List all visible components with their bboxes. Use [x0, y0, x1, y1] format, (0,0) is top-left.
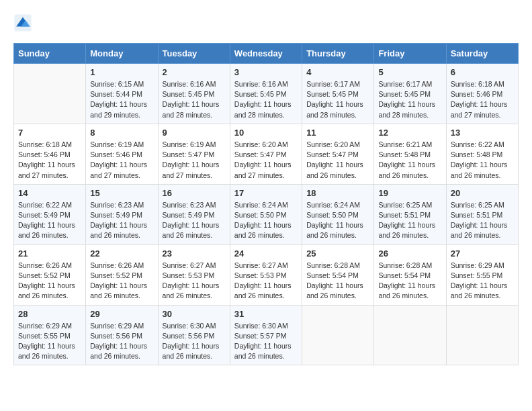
day-header-monday: Monday — [86, 44, 158, 64]
day-number: 21 — [18, 248, 81, 259]
calendar-cell — [14, 64, 86, 124]
cell-info: Sunrise: 6:20 AMSunset: 5:47 PMDaylight:… — [306, 140, 369, 181]
day-number: 20 — [451, 188, 514, 198]
day-number: 18 — [306, 188, 369, 198]
day-number: 17 — [234, 188, 298, 198]
calendar-cell: 3Sunrise: 6:16 AMSunset: 5:45 PMDaylight… — [230, 64, 302, 124]
cell-info: Sunrise: 6:21 AMSunset: 5:48 PMDaylight:… — [378, 140, 441, 181]
day-number: 13 — [451, 128, 514, 138]
calendar-cell — [302, 305, 374, 365]
cell-info: Sunrise: 6:25 AMSunset: 5:51 PMDaylight:… — [451, 200, 514, 241]
cell-info: Sunrise: 6:30 AMSunset: 5:57 PMDaylight:… — [234, 321, 298, 362]
cell-info: Sunrise: 6:25 AMSunset: 5:51 PMDaylight:… — [378, 200, 441, 241]
cell-info: Sunrise: 6:23 AMSunset: 5:49 PMDaylight:… — [90, 200, 153, 241]
day-number: 26 — [378, 248, 441, 259]
day-number: 2 — [163, 67, 226, 77]
page-header — [13, 13, 519, 32]
day-number: 8 — [90, 128, 153, 138]
calendar-week-row: 1Sunrise: 6:15 AMSunset: 5:44 PMDaylight… — [14, 64, 519, 124]
day-header-wednesday: Wednesday — [230, 44, 302, 64]
day-header-thursday: Thursday — [302, 44, 374, 64]
day-number: 9 — [163, 128, 226, 138]
day-header-saturday: Saturday — [446, 44, 518, 64]
calendar-cell: 18Sunrise: 6:24 AMSunset: 5:50 PMDayligh… — [302, 184, 374, 244]
cell-info: Sunrise: 6:16 AMSunset: 5:45 PMDaylight:… — [163, 79, 226, 120]
day-number: 14 — [18, 188, 81, 198]
calendar-header-row: SundayMondayTuesdayWednesdayThursdayFrid… — [14, 44, 519, 64]
calendar-cell: 8Sunrise: 6:19 AMSunset: 5:46 PMDaylight… — [86, 124, 158, 184]
calendar-cell: 4Sunrise: 6:17 AMSunset: 5:45 PMDaylight… — [302, 64, 374, 124]
calendar-cell: 26Sunrise: 6:28 AMSunset: 5:54 PMDayligh… — [374, 244, 446, 305]
calendar-week-row: 21Sunrise: 6:26 AMSunset: 5:52 PMDayligh… — [14, 244, 519, 305]
day-number: 3 — [234, 67, 298, 77]
logo-icon — [13, 13, 32, 32]
calendar-cell: 28Sunrise: 6:29 AMSunset: 5:55 PMDayligh… — [14, 305, 86, 365]
day-number: 16 — [163, 188, 226, 198]
day-number: 7 — [18, 128, 81, 138]
calendar-cell: 14Sunrise: 6:22 AMSunset: 5:49 PMDayligh… — [14, 184, 86, 244]
day-number: 4 — [306, 67, 369, 77]
day-number: 31 — [234, 309, 298, 319]
calendar-cell: 5Sunrise: 6:17 AMSunset: 5:45 PMDaylight… — [374, 64, 446, 124]
calendar-cell: 25Sunrise: 6:28 AMSunset: 5:54 PMDayligh… — [302, 244, 374, 305]
day-number: 1 — [90, 67, 153, 77]
day-number: 19 — [378, 188, 441, 198]
cell-info: Sunrise: 6:20 AMSunset: 5:47 PMDaylight:… — [234, 140, 298, 181]
calendar-cell: 23Sunrise: 6:27 AMSunset: 5:53 PMDayligh… — [158, 244, 230, 305]
calendar-cell: 13Sunrise: 6:22 AMSunset: 5:48 PMDayligh… — [446, 124, 518, 184]
calendar-cell: 10Sunrise: 6:20 AMSunset: 5:47 PMDayligh… — [230, 124, 302, 184]
calendar-week-row: 14Sunrise: 6:22 AMSunset: 5:49 PMDayligh… — [14, 184, 519, 244]
cell-info: Sunrise: 6:27 AMSunset: 5:53 PMDaylight:… — [163, 261, 226, 302]
calendar-cell: 12Sunrise: 6:21 AMSunset: 5:48 PMDayligh… — [374, 124, 446, 184]
day-number: 11 — [306, 128, 369, 138]
calendar-week-row: 28Sunrise: 6:29 AMSunset: 5:55 PMDayligh… — [14, 305, 519, 365]
day-number: 12 — [378, 128, 441, 138]
day-number: 30 — [163, 309, 226, 319]
day-header-sunday: Sunday — [14, 44, 86, 64]
cell-info: Sunrise: 6:18 AMSunset: 5:46 PMDaylight:… — [18, 140, 81, 181]
cell-info: Sunrise: 6:26 AMSunset: 5:52 PMDaylight:… — [18, 261, 81, 302]
calendar-cell: 1Sunrise: 6:15 AMSunset: 5:44 PMDaylight… — [86, 64, 158, 124]
calendar-cell: 30Sunrise: 6:30 AMSunset: 5:56 PMDayligh… — [158, 305, 230, 365]
cell-info: Sunrise: 6:17 AMSunset: 5:45 PMDaylight:… — [306, 79, 369, 120]
calendar-week-row: 7Sunrise: 6:18 AMSunset: 5:46 PMDaylight… — [14, 124, 519, 184]
cell-info: Sunrise: 6:16 AMSunset: 5:45 PMDaylight:… — [234, 79, 298, 120]
cell-info: Sunrise: 6:22 AMSunset: 5:48 PMDaylight:… — [451, 140, 514, 181]
cell-info: Sunrise: 6:23 AMSunset: 5:49 PMDaylight:… — [163, 200, 226, 241]
logo — [13, 13, 35, 32]
day-number: 5 — [378, 67, 441, 77]
day-number: 10 — [234, 128, 298, 138]
calendar-table: SundayMondayTuesdayWednesdayThursdayFrid… — [13, 43, 519, 365]
day-header-friday: Friday — [374, 44, 446, 64]
cell-info: Sunrise: 6:17 AMSunset: 5:45 PMDaylight:… — [378, 79, 441, 120]
cell-info: Sunrise: 6:30 AMSunset: 5:56 PMDaylight:… — [163, 321, 226, 362]
calendar-cell — [446, 305, 518, 365]
calendar-cell: 21Sunrise: 6:26 AMSunset: 5:52 PMDayligh… — [14, 244, 86, 305]
calendar-cell: 20Sunrise: 6:25 AMSunset: 5:51 PMDayligh… — [446, 184, 518, 244]
cell-info: Sunrise: 6:24 AMSunset: 5:50 PMDaylight:… — [234, 200, 298, 241]
day-number: 25 — [306, 248, 369, 259]
cell-info: Sunrise: 6:29 AMSunset: 5:55 PMDaylight:… — [18, 321, 81, 362]
calendar-cell: 2Sunrise: 6:16 AMSunset: 5:45 PMDaylight… — [158, 64, 230, 124]
day-number: 15 — [90, 188, 153, 198]
day-number: 23 — [163, 248, 226, 259]
cell-info: Sunrise: 6:29 AMSunset: 5:56 PMDaylight:… — [90, 321, 153, 362]
calendar-cell: 7Sunrise: 6:18 AMSunset: 5:46 PMDaylight… — [14, 124, 86, 184]
calendar-cell: 11Sunrise: 6:20 AMSunset: 5:47 PMDayligh… — [302, 124, 374, 184]
calendar-cell: 22Sunrise: 6:26 AMSunset: 5:52 PMDayligh… — [86, 244, 158, 305]
calendar-cell: 16Sunrise: 6:23 AMSunset: 5:49 PMDayligh… — [158, 184, 230, 244]
calendar-cell: 24Sunrise: 6:27 AMSunset: 5:53 PMDayligh… — [230, 244, 302, 305]
cell-info: Sunrise: 6:18 AMSunset: 5:46 PMDaylight:… — [451, 79, 514, 120]
cell-info: Sunrise: 6:27 AMSunset: 5:53 PMDaylight:… — [234, 261, 298, 302]
calendar-cell: 6Sunrise: 6:18 AMSunset: 5:46 PMDaylight… — [446, 64, 518, 124]
day-header-tuesday: Tuesday — [158, 44, 230, 64]
calendar-cell: 31Sunrise: 6:30 AMSunset: 5:57 PMDayligh… — [230, 305, 302, 365]
cell-info: Sunrise: 6:22 AMSunset: 5:49 PMDaylight:… — [18, 200, 81, 241]
day-number: 28 — [18, 309, 81, 319]
calendar-cell: 17Sunrise: 6:24 AMSunset: 5:50 PMDayligh… — [230, 184, 302, 244]
cell-info: Sunrise: 6:26 AMSunset: 5:52 PMDaylight:… — [90, 261, 153, 302]
day-number: 24 — [234, 248, 298, 259]
day-number: 29 — [90, 309, 153, 319]
day-number: 6 — [451, 67, 514, 77]
cell-info: Sunrise: 6:15 AMSunset: 5:44 PMDaylight:… — [90, 79, 153, 120]
